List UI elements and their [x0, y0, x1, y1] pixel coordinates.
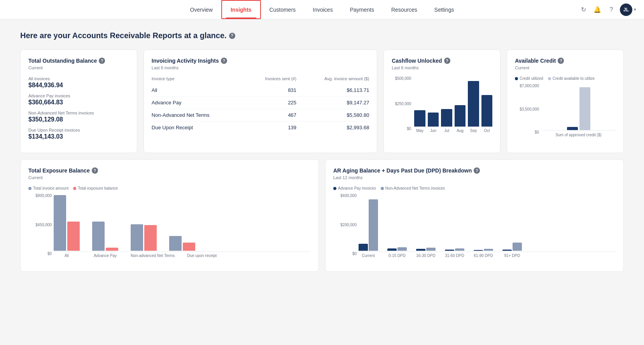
exp-bar-all-exposure [67, 222, 80, 251]
nav-item-overview[interactable]: Overview [182, 0, 221, 19]
bell-icon[interactable]: 🔔 [592, 4, 603, 15]
total-outstanding-title: Total Outstanding Balance ? [28, 58, 129, 64]
table-row: Non-Advanced Net Terms467$5,580.80 [152, 109, 369, 121]
legend-utilized: Credit utilized [515, 76, 543, 81]
exposure-group-advance [92, 222, 118, 251]
nav-item-insights[interactable]: Insights [221, 0, 261, 19]
exposure-legend: Total invoice amount Total exposure bala… [28, 186, 311, 190]
legend-invoice-amount: Total invoice amount [28, 186, 68, 190]
aging-group-61-90 [474, 249, 493, 251]
aging-bar-015-light [397, 247, 407, 251]
exp-x-all: All [54, 253, 80, 258]
exp-x-advance: Advance Pay [92, 253, 118, 258]
credit-available-bar [579, 87, 590, 130]
nav-item-payments[interactable]: Payments [341, 0, 383, 19]
cashflow-chart: $500,000 $250,000 $0 MayJunJulAugSepOct [392, 76, 492, 139]
exp-bar-rec-exposure [183, 243, 195, 251]
cashflow-x-label: Aug [455, 128, 466, 133]
aging-subtitle: Last 12 months [333, 175, 616, 180]
page-content: Here are your Accounts Receivable Report… [11, 19, 633, 283]
credit-legend: Credit utilized Credit available to util… [515, 76, 616, 81]
aging-help-icon[interactable]: ? [474, 167, 480, 174]
cashflow-bar [414, 110, 425, 127]
exposure-chart: $900,000 $450,000 $0 [28, 194, 311, 264]
nav-links: Overview Insights Customers Invoices Pay… [182, 0, 463, 19]
exp-bar-net-invoice [131, 224, 143, 251]
aging-bar-015-dark [387, 248, 397, 251]
credit-x-label: Sum of approved credit ($) [541, 133, 616, 137]
total-outstanding-subtitle: Current [28, 65, 129, 70]
nav-item-resources[interactable]: Resources [383, 0, 426, 19]
cashflow-help-icon[interactable]: ? [444, 58, 450, 64]
credit-y-axis: $7,000,000 $3,500,000 $0 [515, 84, 539, 134]
credit-utilized-bar [567, 127, 578, 130]
invoicing-table: Invoice type Invoices sent (#) Avg. invo… [152, 76, 369, 134]
aging-x-31-60: 31-60 DPD [445, 253, 464, 258]
user-menu[interactable]: JL ▾ [620, 4, 636, 16]
aging-bar-1630-dark [416, 249, 425, 251]
total-outstanding-card: Total Outstanding Balance ? Current All … [20, 49, 137, 153]
aging-y-axis: $400,000 $200,000 $0 [333, 194, 357, 256]
cashflow-x-label: Sep [468, 128, 479, 133]
help-icon[interactable]: ? [606, 4, 617, 15]
table-row: Advance Pay225$9,147.27 [152, 97, 369, 109]
available-credit-help-icon[interactable]: ? [558, 58, 564, 64]
invoicing-title: Invoicing Activity Insights ? [152, 58, 369, 64]
aging-group-31-60 [445, 248, 464, 251]
aging-x-0-15: 0-15 DPD [387, 253, 407, 258]
invoicing-help-icon[interactable]: ? [221, 58, 227, 64]
cashflow-bar [481, 95, 492, 127]
aging-bar-91plus-light [513, 243, 522, 251]
aging-x-16-30: 16-30 DPD [416, 253, 436, 258]
exposure-y-axis: $900,000 $450,000 $0 [28, 194, 52, 256]
aging-title: AR Aging Balance + Days Past Due (DPD) B… [333, 167, 616, 174]
exp-bar-all-invoice [54, 195, 66, 251]
exp-x-net: Non-advanced Net Terms [131, 253, 175, 258]
col-type-header: Invoice type [152, 76, 245, 84]
cashflow-x-labels: MayJunJulAugSepOct [414, 128, 492, 133]
nav-item-settings[interactable]: Settings [426, 0, 463, 19]
available-credit-subtitle: Current [515, 65, 616, 70]
cashflow-bars [414, 76, 492, 127]
exp-bar-net-exposure [144, 225, 157, 251]
due-receipt-stat: Due Upon Receipt invoices $134,143.03 [28, 128, 129, 140]
table-row: Due Upon Receipt139$2,993.68 [152, 121, 369, 134]
cashflow-subtitle: Last 6 months [392, 65, 492, 70]
ar-aging-card: AR Aging Balance + Days Past Due (DPD) B… [325, 159, 624, 272]
cashflow-x-label: May [414, 128, 425, 133]
exposure-subtitle: Current [28, 175, 311, 180]
available-credit-title: Available Credit ? [515, 58, 616, 64]
cashflow-card: Cashflow Unlocked ? Last 6 months $500,0… [383, 49, 500, 153]
legend-exposure-balance: Total exposure balance [73, 186, 118, 190]
avatar: JL [620, 4, 632, 16]
col-avg-header: Avg. invoice amount ($) [296, 76, 369, 84]
exposure-bars [54, 194, 311, 252]
aging-legend: Advance Pay invoices Non-Advanced Net Te… [333, 186, 616, 190]
total-outstanding-help-icon[interactable]: ? [99, 58, 105, 64]
aging-bar-91plus-dark [502, 250, 512, 251]
aging-x-current: Current [359, 253, 378, 258]
exposure-help-icon[interactable]: ? [92, 167, 98, 174]
aging-group-current [359, 199, 378, 251]
heading-help-icon[interactable]: ? [229, 33, 235, 39]
aging-bar-current-light [369, 199, 378, 251]
cashflow-x-label: Oct [481, 128, 492, 133]
exp-bar-rec-invoice [169, 236, 182, 251]
credit-chart: $7,000,000 $3,500,000 $0 Sum of approved… [515, 84, 616, 142]
exposure-title: Total Exposure Balance ? [28, 167, 311, 174]
legend-ap-dot [333, 187, 336, 190]
exposure-x-labels: All Advance Pay Non-advanced Net Terms D… [54, 253, 311, 258]
nav-item-invoices[interactable]: Invoices [304, 0, 341, 19]
total-exposure-card: Total Exposure Balance ? Current Total i… [20, 159, 319, 272]
aging-x-61-90: 61-90 DPD [474, 253, 493, 258]
cashflow-title: Cashflow Unlocked ? [392, 58, 492, 64]
exp-bar-adv-exposure [106, 248, 118, 251]
advance-pay-stat: Advance Pay invoices $360,664.83 [28, 93, 129, 106]
cashflow-x-label: Jul [441, 128, 452, 133]
invoicing-subtitle: Last 6 months [152, 65, 369, 70]
aging-bar-3160-light [455, 248, 464, 251]
nav-item-customers[interactable]: Customers [261, 0, 304, 19]
legend-na-dot [381, 187, 384, 190]
refresh-icon[interactable]: ↻ [578, 4, 589, 15]
aging-x-labels: Current 0-15 DPD 16-30 DPD 31-60 DPD 61-… [359, 253, 616, 258]
